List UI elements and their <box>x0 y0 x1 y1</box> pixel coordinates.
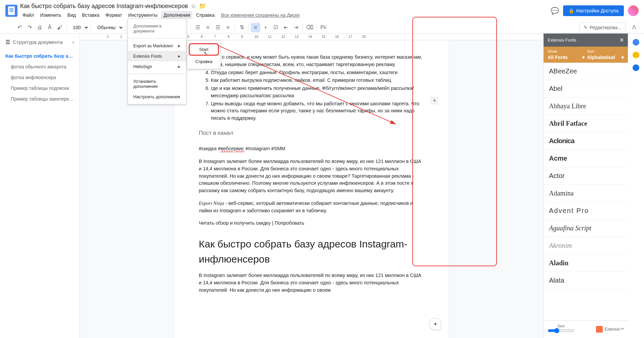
paint-format-button[interactable]: 🖌 <box>55 23 64 32</box>
outline-item[interactable]: Пример таблицы заинтересо... <box>5 94 74 104</box>
ruler-tick: 10 <box>255 35 258 39</box>
print-button[interactable]: 🖨 <box>35 23 44 32</box>
star-icon[interactable]: ☆ <box>191 2 196 10</box>
chevron-right-icon: ▶ <box>178 54 181 58</box>
font-item[interactable]: Actor <box>544 167 628 185</box>
align-justify-button[interactable]: ≡ <box>223 23 233 32</box>
align-center-button[interactable]: ≡ <box>203 23 213 32</box>
save-status[interactable]: Все изменения сохранены на Диске <box>221 12 300 18</box>
font-item[interactable]: Acme <box>544 150 628 167</box>
dropdown-item[interactable]: Export as Markdown▶ <box>128 41 186 51</box>
outline-item[interactable]: фотка обычного аккаунта <box>5 61 74 72</box>
indent-decrease-button[interactable]: ⇤ <box>281 23 290 32</box>
folder-icon[interactable]: 📁 <box>199 2 206 10</box>
extensis-panel: Extensis Fonts ✕ Show: All Fonts▾ Sort: … <box>543 34 628 338</box>
font-list[interactable]: ABeeZeeAbelAbhaya LibreAbril FatfaceAclo… <box>544 63 628 320</box>
font-item[interactable]: Abhaya Libre <box>544 98 628 115</box>
style-select[interactable]: Обычный ... <box>93 23 124 32</box>
keep-icon[interactable] <box>633 52 639 58</box>
lock-icon: 🔒 <box>568 8 574 13</box>
align-left-button[interactable]: ☰ <box>193 23 202 32</box>
ruler-tick: 7 <box>214 35 216 39</box>
outline-item[interactable]: фотка инфлюенсера <box>5 72 74 83</box>
submenu-item-справка[interactable]: Справка <box>187 56 220 67</box>
outline-item[interactable]: Пример таблицы подписки <box>5 83 74 94</box>
tasks-icon[interactable] <box>633 64 639 71</box>
submenu-item-start[interactable]: Start↖ <box>189 43 219 56</box>
calendar-icon[interactable] <box>633 39 639 46</box>
outline-icon[interactable]: ☰ <box>5 39 10 45</box>
dropdown-item[interactable]: Extensis Fonts▶ <box>128 51 186 61</box>
ruler-tick: 17 <box>349 35 352 39</box>
separator <box>235 24 235 31</box>
zoom-select[interactable]: 100% <box>69 23 89 32</box>
collapse-button[interactable]: ᐱ <box>629 23 639 32</box>
dropdown-item[interactable]: Установить дополнения <box>128 76 186 92</box>
sort-filter[interactable]: Sort: Alphabetical▾ <box>587 49 624 60</box>
menu-изменить[interactable]: Изменить <box>38 11 63 19</box>
menu-справка[interactable]: Справка <box>194 11 217 19</box>
menu-формат[interactable]: Формат <box>103 11 125 19</box>
bulleted-list-button[interactable]: • <box>261 23 270 32</box>
list-item: Откуда сервис берет данные. Профиль инст… <box>211 69 424 76</box>
line-spacing-button[interactable]: ⇅ <box>237 23 246 32</box>
font-item[interactable]: Adamina <box>544 185 628 202</box>
numbered-list-button[interactable]: ≡ <box>251 23 260 32</box>
comments-icon[interactable]: 💬 <box>551 7 559 15</box>
docs-icon[interactable] <box>5 5 17 17</box>
dropdown-item[interactable]: Настроить дополнения <box>128 92 186 102</box>
font-item[interactable]: Akronim <box>544 237 628 255</box>
avatar[interactable] <box>628 5 639 16</box>
menu-bar: ФайлИзменитьВидВставкаФорматИнструментыД… <box>20 11 551 19</box>
doc-title[interactable]: Как быстро собрать базу адресов Instagra… <box>20 3 188 10</box>
ruler-tick: 16 <box>335 35 339 39</box>
extensis-brand-icon <box>596 326 603 333</box>
font-item[interactable]: Aguafina Script <box>544 220 628 237</box>
font-item[interactable]: Advent Pro <box>544 202 628 220</box>
indent-increase-button[interactable]: ⇥ <box>291 23 301 32</box>
add-comment-button[interactable]: + <box>430 97 439 105</box>
menu-вид[interactable]: Вид <box>65 11 78 19</box>
menu-дополнения[interactable]: Дополнения <box>161 11 192 19</box>
sort-value: Alphabetical <box>587 55 615 60</box>
share-button[interactable]: 🔒 Настройки Доступа <box>563 5 624 16</box>
align-right-button[interactable]: ☰ <box>213 23 223 32</box>
extensis-footer: Size Extensis™ <box>544 320 628 338</box>
list-item: Как работает выгрузка подписчиков, лайко… <box>211 77 424 84</box>
chevron-down-icon: ▾ <box>582 55 585 60</box>
page[interactable]: тько о сервисе. и кому может быть нужна … <box>175 40 449 338</box>
toolbar: ↶ ↷ 🖨 Ă 🖌 100% Обычный ... Arial 🔗 🗨 🖼 ☰… <box>0 21 644 34</box>
font-item[interactable]: Abril Fatface <box>544 115 628 132</box>
extensis-filters: Show: All Fonts▾ Sort: Alphabetical▾ <box>544 47 628 63</box>
show-filter[interactable]: Show: All Fonts▾ <box>548 49 585 60</box>
font-item[interactable]: Alata <box>544 272 628 289</box>
redo-button[interactable]: ↷ <box>25 23 34 32</box>
outline-items: Как быстро собрать базу адрес...фотка об… <box>5 51 74 104</box>
numbered-list: тько о сервисе. и кому может быть нужна … <box>199 54 424 122</box>
clear-format-button[interactable]: ⌫ <box>305 23 314 32</box>
menu-файл[interactable]: Файл <box>20 11 36 19</box>
font-item[interactable]: Aclonica <box>544 132 628 150</box>
explore-button[interactable]: ✦ <box>429 318 441 330</box>
outline-item[interactable]: Как быстро собрать базу адрес... <box>5 51 74 61</box>
font-item[interactable]: Abel <box>544 80 628 98</box>
separator <box>128 74 186 74</box>
spellcheck-button[interactable]: Ă <box>45 23 54 32</box>
menu-инструменты[interactable]: Инструменты <box>126 11 160 19</box>
extensis-brand[interactable]: Extensis™ <box>596 326 624 333</box>
ruler-tick: 1 <box>120 35 122 39</box>
dropdown-item[interactable]: HelloSign▶ <box>128 61 186 72</box>
input-tools-button[interactable]: Рꙋ <box>319 23 328 32</box>
editing-mode-button[interactable]: ✎ Редактирова... <box>579 22 626 33</box>
checklist-button[interactable]: ☑ <box>271 23 280 32</box>
list-item: где и как можно применить полученные дан… <box>211 85 424 100</box>
font-item[interactable]: Aladin <box>544 255 628 272</box>
outline-close-icon[interactable]: ‹ <box>73 39 74 45</box>
separator <box>191 24 191 31</box>
size-control[interactable]: Size <box>548 324 574 335</box>
size-slider[interactable] <box>548 328 574 333</box>
close-icon[interactable]: ✕ <box>619 37 624 43</box>
menu-вставка[interactable]: Вставка <box>80 11 102 19</box>
undo-button[interactable]: ↶ <box>15 23 24 32</box>
font-item[interactable]: ABeeZee <box>544 63 628 80</box>
